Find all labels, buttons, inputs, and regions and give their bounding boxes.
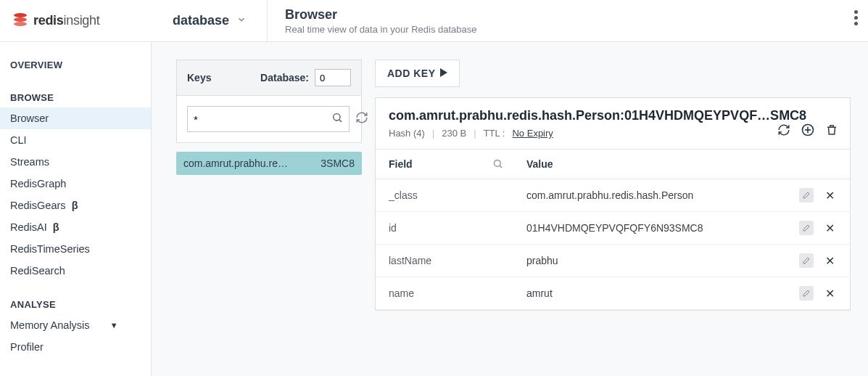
sidebar-item-redisai[interactable]: RedisAI β <box>0 216 151 238</box>
table-row: _classcom.amrut.prabhu.redis.hash.Person… <box>376 179 850 212</box>
svg-line-4 <box>339 120 342 122</box>
table-row: id01H4VHDMQEYPVQFQFY6N93SMC8✕ <box>376 212 850 245</box>
ttl-value[interactable]: No Expiry <box>512 128 553 139</box>
sidebar-heading-analyse: ANALYSE <box>0 295 151 314</box>
delete-field-icon[interactable]: ✕ <box>822 189 837 203</box>
search-icon[interactable] <box>331 112 343 126</box>
key-pattern-field[interactable] <box>194 113 331 126</box>
redis-logo-icon <box>12 12 29 30</box>
sidebar-item-redistimeseries[interactable]: RedisTimeSeries <box>0 238 151 260</box>
sidebar-item-cli[interactable]: CLI <box>0 129 151 151</box>
svg-point-9 <box>495 160 501 167</box>
svg-point-2 <box>14 22 27 26</box>
ttl-label: TTL : <box>484 128 505 139</box>
delete-field-icon[interactable]: ✕ <box>822 221 837 235</box>
delete-field-icon[interactable]: ✕ <box>822 254 837 268</box>
sidebar-heading-browse: BROWSE <box>0 88 151 107</box>
refresh-key-icon[interactable] <box>777 123 790 139</box>
sidebar-item-streams[interactable]: Streams <box>0 151 151 173</box>
chevron-down-icon <box>236 13 247 28</box>
svg-point-3 <box>334 114 340 120</box>
value-cell: amrut <box>513 277 785 310</box>
sidebar-item-memory-analysis[interactable]: Memory Analysis ▼ <box>0 314 151 336</box>
sidebar-item-browser[interactable]: Browser <box>0 107 151 129</box>
value-cell: com.amrut.prabhu.redis.hash.Person <box>513 179 785 212</box>
page-title: Browser <box>285 7 476 23</box>
key-detail-title: com.amrut.prabhu.redis.hash.Person:01H4V… <box>389 108 837 123</box>
delete-key-icon[interactable] <box>825 123 838 139</box>
database-label: Database: <box>260 72 309 83</box>
delete-field-icon[interactable]: ✕ <box>822 287 837 301</box>
field-cell: _class <box>376 179 513 212</box>
key-type: Hash (4) <box>389 128 425 139</box>
keys-panel: Keys Database: <box>176 60 362 376</box>
caret-down-icon: ▼ <box>110 321 118 330</box>
sidebar-item-redisearch[interactable]: RediSearch <box>0 260 151 282</box>
more-menu-icon[interactable] <box>854 10 858 25</box>
sidebar-heading-overview[interactable]: OVERVIEW <box>0 55 151 75</box>
field-cell: lastName <box>376 245 513 277</box>
value-cell: prabhu <box>513 245 785 277</box>
svg-point-1 <box>14 17 27 22</box>
page-subtitle: Real time view of data in your Redis dat… <box>285 24 476 35</box>
edit-field-icon[interactable] <box>799 188 814 203</box>
table-row: lastNameprabhu✕ <box>376 245 850 277</box>
add-key-button[interactable]: ADD KEY <box>375 60 460 87</box>
sidebar: OVERVIEW BROWSE Browser CLI Streams Redi… <box>0 42 152 376</box>
svg-line-10 <box>500 165 502 168</box>
logo[interactable]: redisinsight <box>12 12 152 30</box>
key-name: com.amrut.prabhu.re… <box>183 158 288 169</box>
keys-header: Keys Database: <box>176 60 362 95</box>
edit-field-icon[interactable] <box>799 253 814 268</box>
workspace: Keys Database: <box>152 42 868 376</box>
value-cell: 01H4VHDMQEYPVQFQFY6N93SMC8 <box>513 212 785 245</box>
field-search-icon[interactable] <box>492 158 503 171</box>
col-value: Value <box>526 158 553 170</box>
hash-fields-table: Field Value _classcom.amrut.prabhu.redis… <box>376 150 850 310</box>
keys-title: Keys <box>187 72 211 83</box>
sidebar-item-redisgears[interactable]: RedisGears β <box>0 195 151 216</box>
page-header: Browser Real time view of data in your R… <box>268 7 476 35</box>
edit-field-icon[interactable] <box>799 286 814 301</box>
database-selector[interactable]: database <box>152 0 268 41</box>
svg-point-0 <box>14 13 27 17</box>
field-cell: id <box>376 212 513 245</box>
key-detail-card: com.amrut.prabhu.redis.hash.Person:01H4V… <box>375 97 851 311</box>
table-row: nameamrut✕ <box>376 277 850 310</box>
field-cell: name <box>376 277 513 310</box>
refresh-keys-icon[interactable] <box>355 111 368 127</box>
edit-field-icon[interactable] <box>799 221 814 235</box>
play-icon <box>440 68 447 79</box>
topbar: redisinsight database Browser Real time … <box>0 0 868 42</box>
key-pattern-input[interactable] <box>187 106 350 132</box>
logo-text: redisinsight <box>33 13 99 28</box>
col-field: Field <box>389 158 413 170</box>
detail-panel: ADD KEY com.amrut.prabhu.redis.hash.Pers… <box>375 60 851 376</box>
sidebar-item-profiler[interactable]: Profiler <box>0 336 151 358</box>
key-size: 230 B <box>442 128 466 139</box>
key-tail: 3SMC8 <box>321 158 355 169</box>
sidebar-item-redisgraph[interactable]: RedisGraph <box>0 173 151 195</box>
add-field-icon[interactable] <box>801 123 815 140</box>
key-row[interactable]: com.amrut.prabhu.re… 3SMC8 <box>176 152 362 175</box>
svg-marker-5 <box>440 68 447 77</box>
database-number-input[interactable] <box>315 69 351 86</box>
